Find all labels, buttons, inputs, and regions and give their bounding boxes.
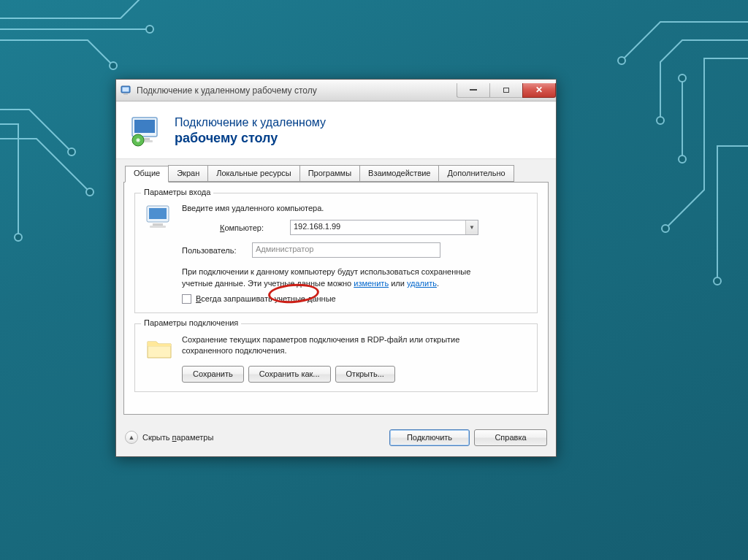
svg-rect-21	[153, 223, 163, 226]
title-bar[interactable]: Подключение к удаленному рабочему столу …	[116, 80, 556, 101]
credentials-note: При подключении к данному компьютеру буд…	[182, 266, 503, 290]
always-prompt-checkbox[interactable]	[182, 294, 191, 304]
save-button[interactable]: Сохранить	[182, 366, 244, 383]
folder-icon	[144, 333, 175, 364]
svg-point-8	[714, 277, 721, 285]
svg-point-3	[15, 234, 22, 241]
group-connection-settings: Параметры подключения Сохранение текущих…	[134, 323, 538, 392]
user-input[interactable]: Администратор	[252, 242, 440, 258]
always-prompt-label: Всегда запрашивать учетные данные	[196, 294, 336, 303]
rdp-icon	[129, 113, 164, 148]
svg-point-2	[68, 148, 75, 156]
svg-rect-13	[123, 93, 128, 95]
tab-panel-general: Параметры входа Введите имя удаленного к…	[123, 182, 549, 415]
svg-point-4	[86, 188, 94, 196]
user-label: Пользователь:	[182, 246, 252, 255]
delete-credentials-link[interactable]: удалить	[407, 279, 437, 288]
open-button[interactable]: Открыть...	[335, 366, 395, 383]
computer-row: Компьютер: 192.168.1.99 ▼	[182, 220, 528, 235]
minimize-button[interactable]	[457, 83, 490, 98]
maximize-button[interactable]	[489, 83, 523, 98]
decorative-circuit-right	[558, 0, 748, 365]
computer-icon	[144, 202, 175, 233]
close-button[interactable]: ✕	[522, 83, 556, 98]
svg-point-5	[618, 57, 625, 64]
tab-strip: Общие Экран Локальные ресурсы Программы …	[116, 159, 556, 182]
tab-display[interactable]: Экран	[168, 165, 208, 182]
chevron-up-icon: ▲	[125, 431, 138, 444]
login-intro-text: Введите имя удаленного компьютера.	[182, 204, 528, 212]
tab-advanced[interactable]: Дополнительно	[438, 165, 514, 182]
app-icon	[121, 85, 132, 96]
window-controls: ✕	[457, 83, 556, 98]
tab-programs[interactable]: Программы	[299, 165, 360, 182]
svg-rect-22	[150, 226, 166, 228]
dialog-footer: ▲ Скрыть параметры Подключить Справка	[116, 422, 556, 456]
connection-settings-text: Сохранение текущих параметров подключени…	[182, 334, 489, 357]
hide-options-toggle[interactable]: ▲ Скрыть параметры	[125, 431, 213, 444]
group-login-settings: Параметры входа Введите имя удаленного к…	[134, 193, 538, 313]
desktop-background: Подключение к удаленному рабочему столу …	[0, 0, 748, 560]
edit-credentials-link[interactable]: изменить	[354, 279, 389, 288]
group-connection-title: Параметры подключения	[141, 318, 241, 327]
dialog-heading: Подключение к удаленному рабочему столу	[175, 115, 326, 147]
svg-rect-15	[134, 120, 155, 133]
svg-point-1	[146, 26, 153, 33]
always-prompt-row: Всегда запрашивать учетные данные	[182, 294, 528, 304]
tab-local-resources[interactable]: Локальные ресурсы	[207, 165, 299, 182]
svg-point-9	[679, 156, 686, 163]
window-title: Подключение к удаленному рабочему столу	[137, 85, 317, 96]
connect-button[interactable]: Подключить	[389, 429, 470, 446]
svg-rect-12	[123, 87, 129, 91]
help-button[interactable]: Справка	[474, 429, 547, 446]
group-login-title: Параметры входа	[141, 188, 213, 196]
svg-point-6	[657, 117, 664, 124]
user-row: Пользователь: Администратор	[144, 242, 528, 258]
tab-general[interactable]: Общие	[125, 166, 169, 183]
dropdown-icon[interactable]: ▼	[465, 220, 478, 234]
save-as-button[interactable]: Сохранить как...	[248, 366, 331, 383]
rdp-dialog-window: Подключение к удаленному рабочему столу …	[115, 79, 557, 457]
svg-rect-20	[149, 208, 167, 219]
computer-label: Компьютер:	[220, 223, 290, 232]
svg-point-0	[110, 62, 117, 69]
connection-buttons: Сохранить Сохранить как... Открыть...	[182, 366, 528, 383]
svg-point-10	[679, 74, 686, 82]
svg-point-7	[662, 225, 669, 232]
hide-options-label: Скрыть параметры	[142, 433, 213, 442]
computer-input[interactable]: 192.168.1.99 ▼	[290, 220, 478, 235]
tab-experience[interactable]: Взаимодействие	[359, 165, 439, 182]
dialog-header: Подключение к удаленному рабочему столу	[116, 101, 556, 159]
